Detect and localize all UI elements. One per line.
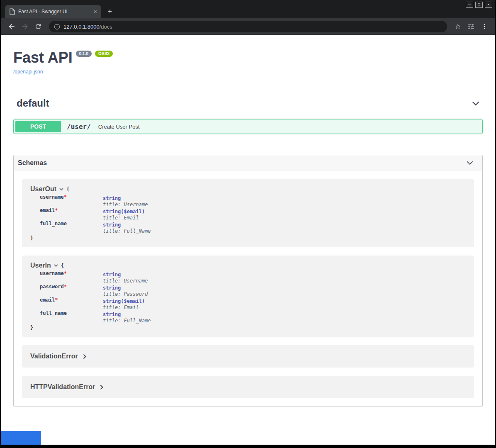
property-title: title: Username bbox=[103, 278, 148, 284]
schema-model-validationerror[interactable]: ValidationError bbox=[22, 345, 474, 368]
operation-summary: Create User Post bbox=[98, 124, 140, 130]
property-type: string bbox=[103, 272, 121, 278]
property-format: ($email) bbox=[121, 298, 145, 304]
property-name: username* bbox=[40, 270, 103, 284]
schemas-header[interactable]: Schemas bbox=[14, 155, 482, 171]
bookmark-star-icon[interactable] bbox=[452, 21, 464, 32]
model-header[interactable]: UserIn { bbox=[30, 262, 466, 269]
property-name: full_name bbox=[40, 221, 103, 234]
property-title: title: Email bbox=[103, 304, 145, 310]
tab-title: Fast API - Swagger UI bbox=[18, 9, 90, 15]
property-name-text: email bbox=[40, 207, 55, 213]
schemas-section: Schemas UserOut { bbox=[13, 155, 483, 407]
browser-toolbar: 127.0.0.1:8000/docs bbox=[1, 18, 495, 35]
brace-open: { bbox=[66, 186, 69, 192]
property-type: string bbox=[103, 222, 121, 228]
site-info-icon[interactable] bbox=[54, 24, 60, 30]
property-name-text: full_name bbox=[40, 221, 67, 226]
schema-model-httpvalidationerror[interactable]: HTTPValidationError bbox=[22, 376, 474, 398]
version-badge: 0.1.0 bbox=[76, 51, 92, 57]
property-type: string bbox=[103, 195, 121, 201]
property-definition: string title: Full_Name bbox=[103, 221, 151, 234]
model-properties: username* string title: Username email* … bbox=[40, 194, 466, 234]
property-name: password* bbox=[40, 284, 103, 297]
property-title: title: Full_Name bbox=[103, 228, 151, 234]
url-text: 127.0.0.1:8000/docs bbox=[63, 24, 112, 30]
model-title[interactable]: ValidationError bbox=[30, 353, 78, 360]
required-star: * bbox=[64, 270, 67, 276]
browser-tab[interactable]: Fast API - Swagger UI × bbox=[5, 5, 101, 18]
brace-open: { bbox=[61, 263, 64, 268]
property-type: string bbox=[103, 298, 121, 304]
menu-dots-icon[interactable] bbox=[479, 21, 490, 32]
close-button[interactable]: × bbox=[485, 2, 492, 8]
new-tab-button[interactable]: + bbox=[105, 6, 115, 17]
model-title[interactable]: HTTPValidationError bbox=[30, 383, 95, 391]
openapi-spec-link[interactable]: /openapi.json bbox=[13, 69, 43, 75]
chevron-down-icon[interactable] bbox=[467, 161, 474, 165]
property-type: string bbox=[103, 312, 121, 317]
brace-close: } bbox=[30, 325, 466, 331]
operation-path: /user/ bbox=[67, 123, 91, 131]
property-type: string bbox=[103, 209, 121, 214]
model-title[interactable]: UserOut bbox=[30, 185, 56, 193]
property-type: string bbox=[103, 285, 121, 291]
property-name: full_name bbox=[40, 310, 103, 324]
property-format: ($email) bbox=[121, 209, 145, 214]
brace-close: } bbox=[30, 235, 466, 241]
property-row: full_name string title: Full_Name bbox=[40, 221, 466, 234]
http-method-badge: POST bbox=[15, 121, 61, 132]
required-star: * bbox=[64, 284, 67, 290]
model-title[interactable]: UserIn bbox=[30, 262, 51, 269]
property-name: username* bbox=[40, 194, 103, 207]
chevron-right-icon[interactable] bbox=[100, 385, 103, 390]
opblock-post-user[interactable]: POST /user/ Create User Post bbox=[13, 119, 483, 134]
address-bar[interactable]: 127.0.0.1:8000/docs bbox=[49, 21, 447, 32]
back-button[interactable] bbox=[6, 21, 17, 32]
forward-button[interactable] bbox=[19, 21, 31, 32]
oas-badge: OAS3 bbox=[95, 51, 113, 57]
page-title: Fast API0.1.0OAS3 bbox=[13, 49, 483, 66]
models-container: UserOut { username* string ti bbox=[14, 171, 482, 407]
page-favicon-icon bbox=[9, 8, 15, 15]
chevron-down-icon[interactable] bbox=[54, 264, 58, 267]
api-title-text: Fast API bbox=[13, 49, 73, 66]
property-row: password* string title: Password bbox=[40, 284, 466, 297]
property-name: email* bbox=[40, 207, 103, 221]
reload-button[interactable] bbox=[32, 21, 44, 32]
maximize-button[interactable]: □ bbox=[475, 2, 483, 8]
tab-strip: Fast API - Swagger UI × + ─ □ × bbox=[1, 0, 495, 18]
property-title: title: Email bbox=[103, 215, 145, 221]
chevron-right-icon[interactable] bbox=[83, 354, 86, 359]
property-title: title: Password bbox=[103, 291, 148, 297]
chevron-down-icon[interactable] bbox=[59, 188, 63, 191]
api-info: Fast API0.1.0OAS3 /openapi.json bbox=[13, 49, 483, 75]
required-star: * bbox=[55, 207, 58, 213]
chevron-down-icon[interactable] bbox=[472, 101, 479, 106]
url-path: /docs bbox=[100, 24, 112, 30]
model-properties: username* string title: Username passwor… bbox=[40, 270, 466, 324]
required-star: * bbox=[55, 297, 58, 303]
property-name-text: password bbox=[40, 284, 64, 290]
tab-close-icon[interactable]: × bbox=[94, 9, 97, 15]
property-name-text: username bbox=[40, 270, 64, 276]
url-host: 127.0.0.1:8000 bbox=[63, 24, 100, 30]
property-definition: string title: Username bbox=[103, 194, 148, 207]
tag-section-default[interactable]: default bbox=[13, 97, 483, 115]
required-star: * bbox=[64, 194, 67, 200]
property-row: email* string($email) title: Email bbox=[40, 207, 466, 221]
property-row: email* string($email) title: Email bbox=[40, 297, 466, 310]
sliders-icon[interactable] bbox=[465, 21, 477, 32]
property-row: username* string title: Username bbox=[40, 270, 466, 284]
status-indicator bbox=[1, 431, 41, 445]
model-header[interactable]: UserOut { bbox=[30, 185, 466, 193]
property-definition: string($email) title: Email bbox=[103, 297, 145, 310]
property-name: email* bbox=[40, 297, 103, 310]
property-definition: string($email) title: Email bbox=[103, 207, 145, 221]
property-name-text: full_name bbox=[40, 310, 67, 316]
swagger-page: Fast API0.1.0OAS3 /openapi.json default … bbox=[1, 35, 495, 445]
property-row: username* string title: Username bbox=[40, 194, 466, 207]
tag-title: default bbox=[17, 97, 49, 109]
minimize-button[interactable]: ─ bbox=[466, 2, 473, 8]
property-name-text: email bbox=[40, 297, 55, 303]
